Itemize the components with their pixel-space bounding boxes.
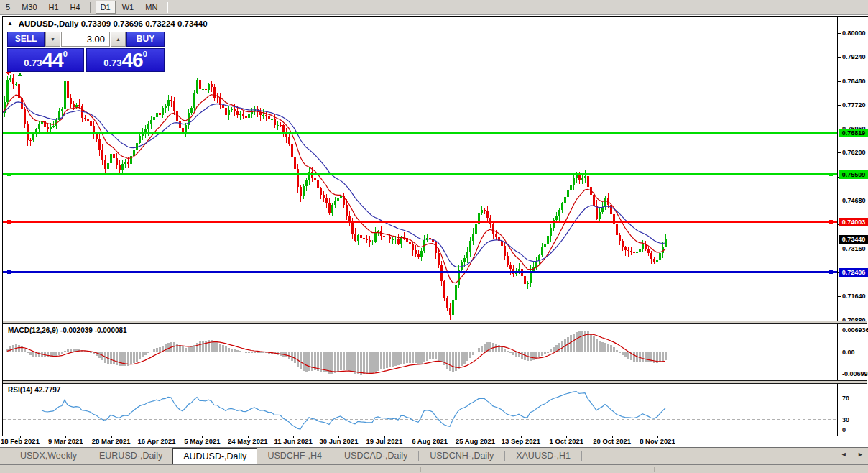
tab-scroll-buttons: ◄ ► — [832, 451, 864, 458]
chart-tab-audusd-daily[interactable]: AUDUSD-,Daily — [172, 448, 257, 464]
date-axis: 18 Feb 20219 Mar 202128 Mar 202116 Apr 2… — [0, 436, 868, 447]
hline-price-label: 0.72406 — [839, 268, 868, 277]
macd-axis-label: 0.00 — [842, 349, 855, 356]
timeframe-button-d1[interactable]: D1 — [96, 1, 116, 14]
rsi-axis-label: 30 — [842, 416, 849, 423]
volume-input[interactable]: 3.00 — [61, 32, 110, 47]
date-tick-label: 13 Sep 2021 — [502, 437, 540, 445]
price-tick-label: 0.79240 — [842, 53, 866, 60]
price-axis: 0.800000.792400.784800.777200.769600.762… — [837, 17, 868, 436]
price-tick-mark — [838, 152, 841, 153]
sell-price-prefix: 0.73 — [24, 56, 42, 70]
rsi-axis-label: 0 — [842, 426, 846, 433]
timeframe-button-5[interactable]: 5 — [1, 1, 15, 14]
tab-separator — [88, 451, 88, 461]
date-tick-label: 30 Jun 2021 — [320, 437, 359, 445]
ohlc-high: 0.73696 — [113, 19, 143, 28]
tab-separator — [504, 451, 505, 461]
chart-tab-usdcad-daily[interactable]: USDCAD-,Daily — [334, 448, 417, 464]
volume-decrease-button[interactable]: ▼ — [45, 32, 60, 47]
timeframe-button-h1[interactable]: H1 — [44, 1, 64, 14]
hline-price-label: 0.76819 — [839, 129, 868, 137]
date-tick-label: 25 Aug 2021 — [456, 437, 495, 445]
hline-price-label: 0.75509 — [839, 170, 868, 179]
date-tick-label: 28 Mar 2021 — [92, 437, 131, 445]
date-tick-label: 11 Jun 2021 — [274, 437, 312, 445]
tab-separator — [333, 451, 333, 461]
current-price-label: 0.73440 — [839, 235, 868, 244]
date-tick-label: 24 May 2021 — [228, 437, 267, 445]
date-tick-label: 5 May 2021 — [184, 437, 220, 445]
hline-price-label: 0.74003 — [839, 218, 868, 226]
chart-tab-xauusd-h1[interactable]: XAUUSD-,H1 — [506, 448, 581, 464]
rsi-pane[interactable] — [3, 384, 837, 435]
date-tick-label: 8 Nov 2021 — [640, 437, 675, 445]
chart-tab-usdchf-h4[interactable]: USDCHF-,H4 — [257, 448, 332, 464]
ohlc-low: 0.73224 — [145, 19, 175, 28]
chevron-down-icon: ▼ — [50, 37, 55, 42]
date-tick-label: 18 Feb 2021 — [1, 437, 40, 445]
statusbar-separator — [420, 467, 421, 472]
pane-splitter[interactable] — [3, 321, 867, 324]
price-tick-mark — [838, 105, 841, 106]
timeframe-toolbar: 5M30H1H4D1W1MN — [0, 0, 868, 15]
price-tick-label: 0.71640 — [842, 293, 866, 300]
timeframe-button-h4[interactable]: H4 — [65, 1, 86, 14]
price-tick-label: 0.77720 — [842, 101, 866, 109]
price-tick-mark — [838, 296, 841, 297]
sell-price-display[interactable]: 0.73440 — [7, 48, 84, 72]
price-tick-mark — [838, 81, 841, 82]
price-tick-mark — [838, 249, 841, 249]
statusbar-separator — [654, 467, 655, 472]
price-tick-mark — [838, 33, 841, 34]
price-tick-label: 0.73160 — [842, 245, 866, 252]
ohlc-open: 0.73309 — [81, 19, 111, 28]
date-tick-label: 9 Mar 2021 — [48, 437, 83, 445]
price-tick-label: 0.80000 — [842, 29, 866, 37]
chart-symbol-title: AUDUSD-,Daily — [19, 19, 79, 28]
chart-tab-usdx-weekly[interactable]: USDX,Weekly — [10, 448, 87, 464]
statusbar-separator — [762, 467, 762, 472]
date-tick-label: 19 Jul 2021 — [366, 437, 402, 445]
tab-spacer — [0, 448, 10, 464]
status-bar — [0, 464, 868, 473]
rsi-axis-label: 70 — [842, 395, 849, 402]
chart-tab-eurusd-daily[interactable]: EURUSD-,Daily — [89, 448, 172, 464]
volume-increase-button[interactable]: ▲ — [111, 32, 126, 47]
toolbar-separator — [167, 2, 168, 13]
chart-header: ▲ AUDUSD-,Daily 0.73309 0.73696 0.73224 … — [7, 19, 208, 28]
buy-button[interactable]: BUY — [126, 32, 165, 47]
sell-price-point: 0 — [63, 50, 68, 58]
sell-price-pips: 44 — [42, 51, 63, 70]
macd-indicator-label: MACD(12,26,9) -0.002039 -0.000081 — [8, 326, 127, 334]
pane-splitter-2[interactable] — [3, 380, 867, 384]
price-tick-label: 0.74680 — [842, 197, 866, 204]
price-tick-mark — [838, 201, 841, 201]
timeframe-button-m30[interactable]: M30 — [17, 1, 42, 14]
chevron-up-icon: ▲ — [116, 37, 121, 42]
buy-price-pips: 46 — [122, 51, 143, 70]
chart-tab-usdcnh-daily[interactable]: USDCNH-,Daily — [420, 448, 504, 464]
date-tick-label: 6 Aug 2021 — [412, 437, 448, 445]
rsi-indicator-label: RSI(14) 42.7797 — [8, 386, 60, 394]
date-tick-label: 1 Oct 2021 — [550, 437, 584, 445]
buy-price-prefix: 0.73 — [103, 56, 121, 70]
buy-price-display[interactable]: 0.73460 — [86, 48, 165, 72]
toolbar-separator — [90, 2, 91, 13]
ohlc-close: 0.73440 — [177, 19, 208, 28]
price-tick-mark — [838, 57, 841, 58]
tab-scroll-left-icon[interactable]: ◄ — [841, 451, 847, 458]
collapse-trade-panel-icon[interactable]: ▲ — [7, 20, 13, 27]
macd-axis-label: 0.006936 — [842, 326, 868, 334]
sell-button[interactable]: SELL — [7, 32, 45, 47]
date-tick-label: 16 Apr 2021 — [138, 437, 176, 445]
date-tick-label: 20 Oct 2021 — [593, 437, 631, 445]
macd-pane[interactable] — [3, 324, 837, 380]
statusbar-separator — [241, 467, 241, 472]
macd-axis-label: -0.006991 — [842, 370, 868, 377]
timeframe-button-mn[interactable]: MN — [140, 1, 162, 14]
one-click-trade-panel: SELL ▼ 3.00 ▲ BUY 0.73440 0.73460 — [7, 32, 165, 73]
timeframe-button-w1[interactable]: W1 — [117, 1, 139, 14]
chart-tab-bar: USDX,WeeklyEURUSD-,DailyAUDUSD-,DailyUSD… — [0, 447, 868, 464]
tab-scroll-right-icon[interactable]: ► — [857, 451, 864, 458]
